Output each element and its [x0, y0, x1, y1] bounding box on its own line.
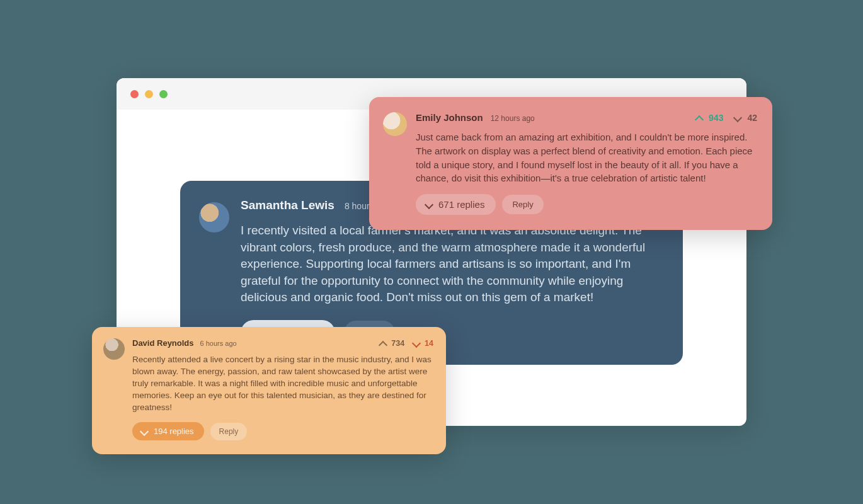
reply-button[interactable]: Reply: [210, 423, 248, 440]
avatar: [103, 338, 125, 360]
replies-count-label: 194 replies: [154, 427, 194, 436]
comment-card-emily: Emily Johnson 12 hours ago 943 42 Just c…: [369, 97, 772, 230]
avatar: [199, 202, 229, 232]
downvote-icon[interactable]: [412, 339, 421, 348]
comment-body: Recently attended a live concert by a ri…: [132, 354, 433, 413]
upvote-icon[interactable]: [379, 339, 387, 348]
author-name: David Reynolds: [132, 338, 194, 348]
downvote-count: 42: [747, 113, 757, 123]
view-replies-button[interactable]: 194 replies: [132, 422, 204, 440]
window-minimize-icon[interactable]: [145, 90, 153, 98]
downvote-count: 14: [425, 339, 433, 348]
comment-body: I recently visited a local farmer's mark…: [241, 222, 664, 306]
downvote-icon[interactable]: [733, 113, 742, 122]
window-maximize-icon[interactable]: [159, 90, 168, 98]
view-replies-button[interactable]: 671 replies: [416, 194, 496, 215]
reply-button[interactable]: Reply: [502, 195, 543, 214]
avatar: [383, 112, 407, 136]
window-close-icon[interactable]: [130, 90, 139, 98]
upvote-icon[interactable]: [695, 113, 704, 122]
reply-label: Reply: [219, 427, 239, 436]
chevron-down-icon: [425, 200, 433, 209]
upvote-count: 734: [391, 339, 404, 348]
chevron-down-icon: [140, 427, 149, 436]
upvote-count: 943: [709, 113, 723, 123]
author-name: Samantha Lewis: [241, 198, 334, 212]
comment-body: Just came back from an amazing art exhib…: [416, 130, 757, 185]
timestamp: 6 hours ago: [200, 340, 237, 347]
author-name: Emily Johnson: [416, 112, 483, 123]
timestamp: 12 hours ago: [491, 114, 535, 123]
comment-card-david: David Reynolds 6 hours ago 734 14 Recent…: [92, 327, 446, 454]
reply-label: Reply: [512, 200, 533, 209]
replies-count-label: 671 replies: [438, 199, 484, 210]
